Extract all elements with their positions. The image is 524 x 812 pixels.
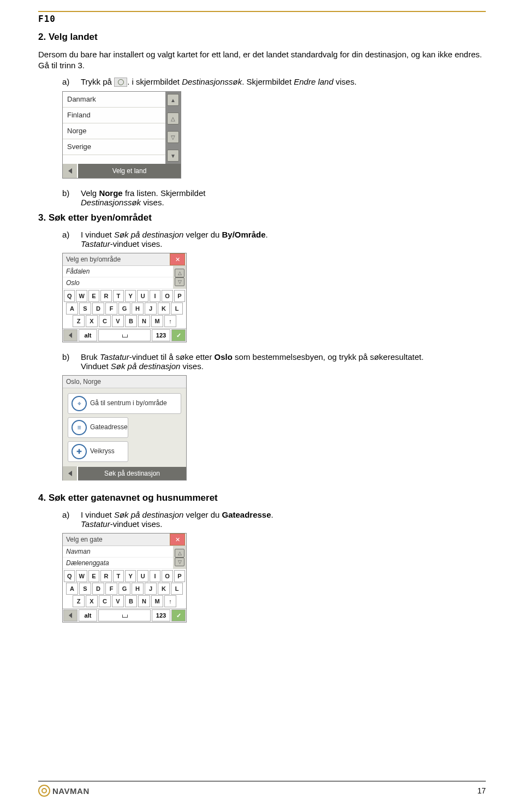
key-x[interactable]: X <box>86 595 98 607</box>
alt-key[interactable]: alt <box>79 329 97 341</box>
key-i[interactable]: I <box>150 290 160 302</box>
back-button[interactable] <box>63 329 78 341</box>
key-row: QWERTYUIOP <box>63 290 186 302</box>
result-scroll[interactable]: △ ▽ <box>173 546 186 569</box>
alt-key[interactable]: alt <box>79 609 97 621</box>
scroll-down-icon[interactable]: ▽ <box>175 277 184 286</box>
key-y[interactable]: Y <box>125 290 136 302</box>
intersection-button[interactable]: ✚ Veikryss <box>68 441 128 462</box>
delete-button[interactable]: ✕ <box>170 534 185 546</box>
key-o[interactable]: O <box>162 290 172 302</box>
key-f[interactable]: F <box>105 583 117 595</box>
key-j[interactable]: J <box>145 303 157 315</box>
key-d[interactable]: D <box>92 583 104 595</box>
step-text: Bruk Tastatur-vinduet til å søke etter O… <box>81 352 486 371</box>
street-address-button[interactable]: ≡ Gateadresse <box>68 417 128 438</box>
key-e[interactable]: E <box>88 570 99 582</box>
key-m[interactable]: M <box>151 595 163 607</box>
key-t[interactable]: T <box>113 570 124 582</box>
key-g[interactable]: G <box>118 303 130 315</box>
country-item-finland[interactable]: Finland <box>63 108 165 123</box>
key-x[interactable]: X <box>86 315 98 327</box>
key-a[interactable]: A <box>66 303 78 315</box>
back-button[interactable] <box>63 164 78 178</box>
result-scroll[interactable]: △ ▽ <box>173 266 186 289</box>
country-item-norge[interactable]: Norge <box>63 123 165 139</box>
key-l[interactable]: L <box>171 583 183 595</box>
key-v[interactable]: V <box>112 595 124 607</box>
key-w[interactable]: W <box>76 570 87 582</box>
key-i[interactable]: I <box>150 570 160 582</box>
scroll-up-icon[interactable]: △ <box>167 112 179 125</box>
step-text: Velg Norge fra listen. Skjermbildet Dest… <box>81 188 486 207</box>
key-q[interactable]: Q <box>64 570 75 582</box>
key-e[interactable]: E <box>88 290 99 302</box>
scroll-bottom-icon[interactable]: ▼ <box>167 150 179 162</box>
key-z[interactable]: Z <box>73 595 85 607</box>
key-q[interactable]: Q <box>64 290 75 302</box>
key-k[interactable]: K <box>158 583 170 595</box>
go-to-center-button[interactable]: ⌖ Gå til sentrum i by/område <box>68 393 181 414</box>
key-d[interactable]: D <box>92 303 104 315</box>
key-p[interactable]: P <box>174 290 185 302</box>
key-h[interactable]: H <box>132 303 144 315</box>
back-button[interactable] <box>63 466 78 481</box>
key-y[interactable]: Y <box>125 570 136 582</box>
key-w[interactable]: W <box>76 290 87 302</box>
step-text: I vinduet Søk på destinasjon velger du B… <box>81 230 486 248</box>
key-b[interactable]: B <box>125 595 137 607</box>
back-button[interactable] <box>63 609 78 621</box>
key-m[interactable]: M <box>151 315 163 327</box>
key-u[interactable]: U <box>137 570 148 582</box>
key-a[interactable]: A <box>66 583 78 595</box>
key-s[interactable]: S <box>79 583 91 595</box>
key-c[interactable]: C <box>99 595 111 607</box>
confirm-button[interactable]: ✓ <box>171 329 186 341</box>
scroll-down-icon[interactable]: ▽ <box>175 558 184 566</box>
key-h[interactable]: H <box>132 583 144 595</box>
key-v[interactable]: V <box>112 315 124 327</box>
key-↑[interactable]: ↑ <box>164 595 176 607</box>
key-z[interactable]: Z <box>73 315 85 327</box>
key-row: ASDFGHJKL <box>63 303 186 315</box>
result-item[interactable]: Oslo <box>63 277 173 289</box>
key-u[interactable]: U <box>137 290 148 302</box>
numeric-key[interactable]: 123 <box>152 609 170 621</box>
result-item[interactable]: Navman <box>63 546 173 558</box>
delete-button[interactable]: ✕ <box>170 253 185 265</box>
key-b[interactable]: B <box>125 315 137 327</box>
scrollbar[interactable]: ▲ △ ▽ ▼ <box>165 92 181 164</box>
country-item-danmark[interactable]: Danmark <box>63 92 165 108</box>
key-g[interactable]: G <box>118 583 130 595</box>
key-s[interactable]: S <box>79 303 91 315</box>
key-f[interactable]: F <box>105 303 117 315</box>
key-t[interactable]: T <box>113 290 124 302</box>
scroll-down-icon[interactable]: ▽ <box>167 131 179 143</box>
key-l[interactable]: L <box>171 303 183 315</box>
scroll-up-icon[interactable]: △ <box>175 549 184 558</box>
space-key[interactable]: ⌴ <box>98 609 151 621</box>
key-row: ZXCVBNM↑ <box>63 595 186 607</box>
country-item-sverige[interactable]: Sverige <box>63 139 165 155</box>
page-number: 17 <box>477 786 486 795</box>
result-item[interactable]: Dælenenggata <box>63 558 173 569</box>
key-o[interactable]: O <box>162 570 172 582</box>
key-p[interactable]: P <box>174 570 185 582</box>
key-n[interactable]: N <box>138 595 150 607</box>
key-k[interactable]: K <box>158 303 170 315</box>
space-key[interactable]: ⌴ <box>98 329 151 341</box>
numeric-key[interactable]: 123 <box>152 329 170 341</box>
result-item[interactable]: Fådalen <box>63 266 173 277</box>
key-j[interactable]: J <box>145 583 157 595</box>
scroll-up-icon[interactable]: △ <box>175 269 184 277</box>
scroll-top-icon[interactable]: ▲ <box>167 94 179 106</box>
key-r[interactable]: R <box>100 570 111 582</box>
country-list-screenshot: Danmark Finland Norge Sverige ▲ △ ▽ ▼ Ve… <box>62 91 181 179</box>
center-icon: ⌖ <box>72 396 87 411</box>
key-c[interactable]: C <box>99 315 111 327</box>
key-r[interactable]: R <box>100 290 111 302</box>
key-↑[interactable]: ↑ <box>164 315 176 327</box>
confirm-button[interactable]: ✓ <box>171 609 186 621</box>
step-label: a) <box>62 230 81 248</box>
key-n[interactable]: N <box>138 315 150 327</box>
